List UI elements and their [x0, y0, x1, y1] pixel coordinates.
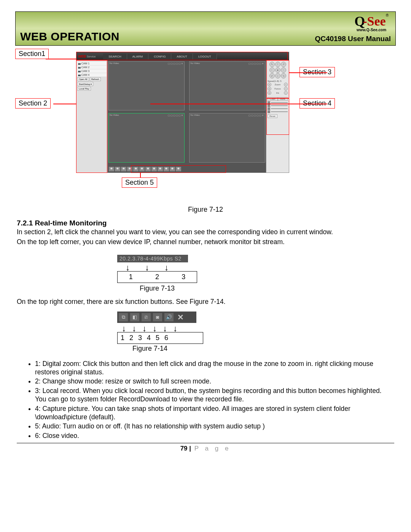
fig13-info-bar: 20.2.3.78-4-499Kbps S2	[117, 255, 188, 262]
figure-7-12-caption: Figure 7-12	[15, 206, 396, 214]
page-header-banner: Q-See® www.Q-See.com WEB OPERATION QC401…	[15, 11, 396, 46]
fig13-arrows: ↓↓↓	[117, 264, 197, 272]
bullet-6: 6: Close video.	[35, 431, 393, 440]
page-footer: 79 | P a g e	[15, 445, 396, 452]
audio-icon[interactable]: 🔊	[164, 313, 174, 321]
overlay-section-2	[76, 60, 107, 173]
overlay-section-1	[76, 52, 288, 60]
manual-title: QC40198 User Manual	[315, 35, 391, 43]
show-mode-icon[interactable]: ◧	[130, 313, 139, 321]
footer-rule	[17, 443, 394, 443]
paragraph-2: On the top left corner, you can view dev…	[17, 238, 394, 246]
bullet-3: 3: Local record. When you click local re…	[35, 387, 393, 404]
qsee-logo: Q-See® www.Q-See.com	[354, 13, 389, 32]
callout-section-1: Section1	[15, 49, 49, 59]
video-pane-3-active[interactable]: No Video▢▢▢▢▢✕	[108, 113, 185, 162]
figure-7-12-area: WEB Service SEARCH ALARM CONFIG ABOUT LO…	[15, 49, 396, 201]
page-number: 79	[180, 445, 188, 452]
overlay-section-3	[266, 60, 289, 98]
paragraph-3: On the top right corner, there are six f…	[17, 298, 394, 306]
video-grid: No Video▢▢▢▢▢✕ No Video▢▢▢▢▢✕ No Video▢▢…	[108, 61, 266, 173]
page-word: P a g e	[194, 445, 231, 452]
web-interface-screenshot: WEB Service SEARCH ALARM CONFIG ABOUT LO…	[76, 52, 289, 173]
pane-icons[interactable]: ▢▢▢▢▢✕	[168, 62, 183, 65]
bullet-5: 5: Audio: Turn audio on or off. (It has …	[35, 422, 393, 430]
callout-section-5: Section 5	[122, 177, 157, 188]
video-pane-2[interactable]: No Video▢▢▢▢▢✕	[189, 61, 265, 110]
fig14-icon-bar: ⧉ ◧ ⎚ ◙ 🔊 ✕	[117, 312, 196, 323]
figure-7-14: ⧉ ◧ ⎚ ◙ 🔊 ✕ ↓↓↓↓↓↓ 1 2 3 4 5 6 Figure 7-…	[117, 312, 205, 353]
local-record-icon[interactable]: ⎚	[142, 313, 151, 321]
bullet-1: 1: Digital zoom: Click this button and t…	[35, 359, 393, 377]
fig14-number-box: 1 2 3 4 5 6	[117, 332, 203, 344]
figure-7-13: 20.2.3.78-4-499Kbps S2 ↓↓↓ 123 Figure 7-…	[117, 255, 197, 292]
function-button-list: 1: Digital zoom: Click this button and t…	[18, 359, 393, 440]
fig13-number-box: 123	[117, 271, 197, 283]
digital-zoom-icon[interactable]: ⧉	[119, 313, 128, 321]
figure-7-13-caption: Figure 7-13	[117, 284, 197, 292]
figure-7-14-caption: Figure 7-14	[132, 345, 205, 353]
callout-section-2: Section 2	[15, 98, 51, 109]
bullet-2: 2: Change show mode: resize or switch to…	[35, 377, 393, 385]
fig14-arrows: ↓↓↓↓↓↓	[117, 324, 205, 333]
paragraph-1: In section 2, left click the channel you…	[17, 228, 394, 236]
logo-url: www.Q-See.com	[354, 28, 389, 32]
bullet-4: 4: Capture picture. You can take snap sh…	[35, 404, 393, 422]
video-pane-1[interactable]: No Video▢▢▢▢▢✕	[108, 61, 185, 110]
overlay-section-5	[131, 165, 226, 173]
section-heading-7-2-1: 7.2.1 Real-time Monitoring	[17, 219, 396, 227]
close-video-icon[interactable]: ✕	[176, 313, 185, 321]
video-pane-4[interactable]: No Video▢▢▢▢▢✕	[189, 113, 265, 162]
capture-icon[interactable]: ◙	[153, 313, 162, 321]
page-title: WEB OPERATION	[20, 30, 119, 43]
